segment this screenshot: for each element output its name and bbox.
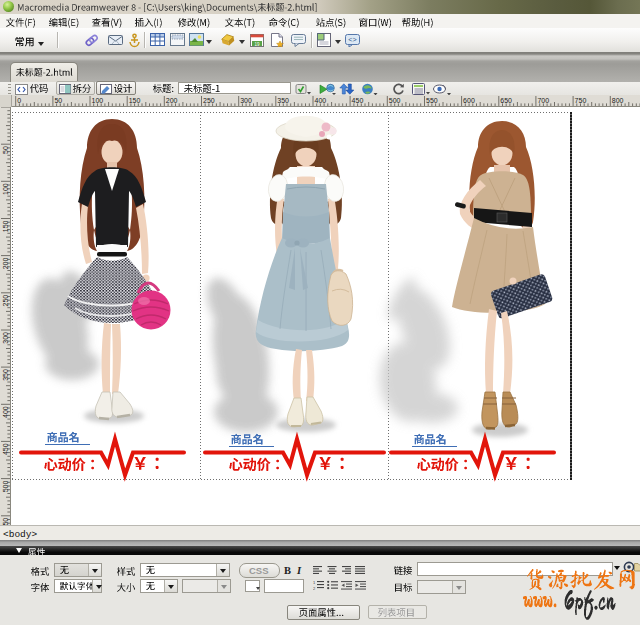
svg-text:350: 350 [2, 369, 9, 381]
svg-text:150: 150 [2, 220, 9, 232]
svg-text:800: 800 [612, 97, 624, 104]
svg-text:700: 700 [537, 97, 549, 104]
svg-text:19: 19 [254, 42, 260, 47]
svg-text:500: 500 [389, 97, 401, 104]
svg-text:450: 450 [2, 443, 9, 455]
svg-text:400: 400 [2, 406, 9, 418]
svg-text:450: 450 [352, 97, 364, 104]
svg-text:250: 250 [2, 295, 9, 307]
svg-text:600: 600 [463, 97, 475, 104]
svg-text:100: 100 [2, 183, 9, 195]
svg-text:300: 300 [240, 97, 252, 104]
svg-text:<>: <> [348, 36, 356, 44]
svg-text:100: 100 [92, 97, 104, 104]
svg-text:250: 250 [203, 97, 215, 104]
svg-text:300: 300 [2, 332, 9, 344]
svg-text:200: 200 [2, 258, 9, 270]
svg-text:50: 50 [54, 97, 62, 104]
svg-text:750: 750 [575, 97, 587, 104]
svg-text:2: 2 [313, 586, 316, 591]
svg-text:200: 200 [166, 97, 178, 104]
svg-text:550: 550 [426, 97, 438, 104]
svg-text:500: 500 [2, 481, 9, 493]
svg-text:400: 400 [315, 97, 327, 104]
svg-text:350: 350 [277, 97, 289, 104]
svg-text:550: 550 [2, 518, 9, 525]
svg-text:650: 650 [500, 97, 512, 104]
svg-text:50: 50 [2, 146, 9, 154]
svg-text:1: 1 [313, 580, 316, 585]
svg-text:0: 0 [17, 97, 21, 104]
svg-text:150: 150 [129, 97, 141, 104]
